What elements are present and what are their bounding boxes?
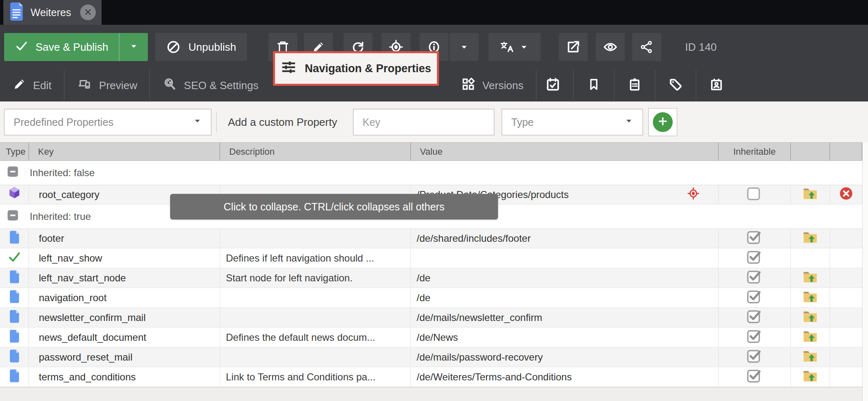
tab-schedule[interactable] bbox=[533, 69, 573, 101]
folder-up-icon[interactable] bbox=[803, 310, 818, 326]
save-publish-split-button: Save & Publish bbox=[4, 33, 148, 61]
value-cell: /de/shared/includes/footer bbox=[411, 229, 719, 248]
tab-seo-settings[interactable]: SEO & Settings bbox=[150, 69, 271, 101]
type-select[interactable]: Type bbox=[502, 109, 643, 135]
locate-red-icon[interactable] bbox=[687, 187, 700, 203]
property-row[interactable]: footer/de/shared/includes/footer bbox=[0, 229, 868, 248]
inheritable-cell bbox=[719, 328, 791, 347]
document-icon bbox=[9, 290, 20, 306]
scrollbar-gutter[interactable] bbox=[862, 142, 868, 401]
column-header-description[interactable]: Description bbox=[220, 143, 411, 160]
info-dropdown-button[interactable] bbox=[450, 33, 479, 61]
property-row[interactable]: navigation_root/de bbox=[0, 288, 868, 308]
bookmark-icon bbox=[587, 77, 601, 94]
folder-up-icon[interactable] bbox=[803, 231, 818, 246]
group-header[interactable]: Inherited: false bbox=[0, 161, 868, 185]
folder-up-icon[interactable] bbox=[803, 349, 818, 365]
key-input[interactable] bbox=[353, 109, 494, 135]
tab-preview[interactable]: Preview bbox=[64, 69, 149, 101]
property-row[interactable]: newsletter_confirm_mail/de/mails/newslet… bbox=[0, 308, 868, 328]
tab-versions[interactable]: Versions bbox=[448, 69, 536, 101]
checkbox-checked-icon[interactable] bbox=[747, 289, 762, 307]
checkbox-unchecked-icon[interactable] bbox=[747, 186, 762, 203]
chevron-down-icon bbox=[128, 41, 139, 53]
folder-up-icon[interactable] bbox=[803, 330, 818, 345]
unpublish-button[interactable]: Unpublish bbox=[155, 33, 247, 61]
tab-notes-events[interactable] bbox=[614, 69, 655, 101]
value-cell: /de/mails/newsletter_confirm bbox=[411, 308, 719, 327]
folder-up-icon[interactable] bbox=[803, 290, 818, 306]
document-icon bbox=[9, 349, 20, 365]
column-header-key[interactable]: Key bbox=[29, 143, 220, 160]
check-icon bbox=[15, 39, 28, 55]
plus-icon bbox=[653, 112, 673, 132]
description-cell: Defines the default news docum... bbox=[220, 328, 411, 347]
share-button[interactable] bbox=[632, 33, 661, 61]
checkbox-checked-icon[interactable] bbox=[747, 349, 762, 366]
key-cell: terms_and_conditions bbox=[29, 367, 220, 387]
document-icon bbox=[9, 310, 20, 326]
delete-cell bbox=[830, 185, 862, 204]
editor-chrome: Save & Publish Unpublish bbox=[0, 25, 868, 101]
checkbox-checked-icon[interactable] bbox=[747, 329, 762, 346]
folder-up-icon[interactable] bbox=[803, 270, 818, 286]
seo-magnifier-icon bbox=[162, 77, 177, 94]
close-icon[interactable]: ✕ bbox=[80, 5, 96, 20]
checkbox-checked-icon[interactable] bbox=[747, 230, 762, 247]
property-row[interactable]: terms_and_conditionsLink to Terms and Co… bbox=[0, 367, 868, 387]
column-header-inheritable[interactable]: Inheritable bbox=[719, 143, 791, 160]
share-icon bbox=[640, 40, 654, 54]
document-tab-weiteres[interactable]: Weiteres ✕ bbox=[3, 0, 102, 25]
collapse-icon[interactable] bbox=[7, 165, 19, 180]
checkbox-checked-icon[interactable] bbox=[747, 368, 762, 386]
property-row[interactable]: news_default_documentDefines the default… bbox=[0, 328, 868, 347]
save-publish-label: Save & Publish bbox=[36, 41, 108, 54]
document-icon bbox=[9, 369, 20, 385]
sliders-icon bbox=[281, 59, 296, 78]
property-row[interactable]: password_reset_mail/de/mails/password-re… bbox=[0, 347, 868, 367]
devices-icon bbox=[77, 77, 92, 94]
id-card-icon bbox=[709, 77, 724, 94]
key-cell: newsletter_confirm_mail bbox=[29, 308, 220, 327]
description-cell: Link to Terms and Conditions pa... bbox=[220, 367, 411, 387]
folder-up-icon[interactable] bbox=[803, 369, 818, 385]
type-icon-cell bbox=[0, 229, 29, 248]
document-icon bbox=[9, 330, 20, 345]
tab-bookmark[interactable] bbox=[574, 69, 614, 101]
save-publish-button[interactable]: Save & Publish bbox=[4, 33, 119, 61]
property-row[interactable]: left_nav_start_nodeStart node for left n… bbox=[0, 268, 868, 288]
save-publish-dropdown-button[interactable] bbox=[119, 33, 148, 61]
add-property-button[interactable] bbox=[648, 108, 677, 136]
value-cell: /de/Weiteres/Terms-and-Conditions bbox=[411, 367, 719, 387]
column-header-actions-1[interactable] bbox=[791, 143, 830, 160]
tab-dependencies[interactable] bbox=[696, 69, 737, 101]
pimcore-document-editor: Weiteres ✕ Save & Publish Unpublish bbox=[0, 0, 868, 401]
column-header-type[interactable]: Type bbox=[0, 143, 29, 160]
folder-up-icon[interactable] bbox=[803, 187, 818, 203]
delete-x-icon[interactable] bbox=[839, 186, 854, 203]
delete-cell bbox=[830, 367, 862, 387]
preview-button[interactable] bbox=[596, 33, 625, 61]
tab-navigation-properties-active[interactable]: Navigation & Properties bbox=[273, 51, 439, 86]
key-cell: left_nav_show bbox=[29, 248, 220, 268]
translate-dropdown-button[interactable] bbox=[489, 33, 541, 61]
checkbox-checked-icon[interactable] bbox=[747, 309, 762, 326]
type-select-placeholder: Type bbox=[511, 116, 534, 128]
checkbox-checked-icon[interactable] bbox=[747, 269, 762, 287]
property-row[interactable]: left_nav_showDefines if left navigation … bbox=[0, 248, 868, 268]
document-icon bbox=[9, 270, 20, 286]
collapse-icon[interactable] bbox=[7, 209, 19, 224]
description-cell bbox=[220, 229, 411, 248]
delete-cell bbox=[830, 268, 862, 288]
column-header-actions-2[interactable] bbox=[830, 143, 862, 160]
checkbox-checked-icon[interactable] bbox=[747, 250, 762, 267]
tab-tags[interactable] bbox=[655, 69, 696, 101]
delete-cell bbox=[830, 248, 862, 268]
collapse-tooltip: Click to collapse. CTRL/click collapses … bbox=[170, 194, 498, 219]
column-header-value[interactable]: Value bbox=[411, 143, 719, 160]
open-in-new-button[interactable] bbox=[559, 33, 588, 61]
tab-edit[interactable]: Edit bbox=[0, 69, 64, 101]
chevron-down-icon bbox=[192, 116, 203, 129]
predefined-properties-select[interactable]: Predefined Properties bbox=[4, 109, 211, 135]
delete-cell bbox=[830, 308, 862, 327]
